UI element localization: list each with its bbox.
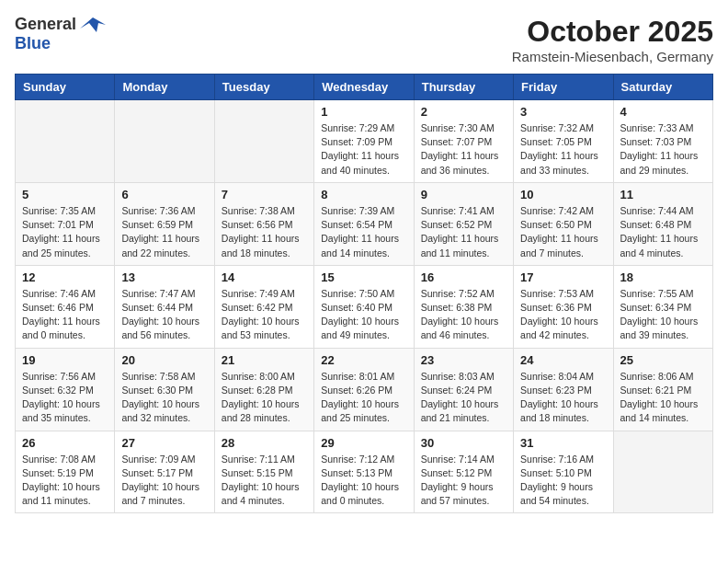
day-info: Sunrise: 7:09 AM Sunset: 5:17 PM Dayligh… [121,453,207,509]
day-number: 12 [22,270,108,284]
calendar-cell [115,100,214,183]
day-number: 23 [421,353,506,367]
calendar-cell: 10Sunrise: 7:42 AM Sunset: 6:50 PM Dayli… [514,182,613,265]
calendar-header-row: SundayMondayTuesdayWednesdayThursdayFrid… [16,75,713,100]
calendar-cell: 26Sunrise: 7:08 AM Sunset: 5:19 PM Dayli… [16,431,115,513]
calendar-week-row: 1Sunrise: 7:29 AM Sunset: 7:09 PM Daylig… [16,100,713,183]
logo-bird-icon [80,16,106,34]
day-number: 30 [421,436,506,450]
day-number: 24 [520,353,606,367]
weekday-header-monday: Monday [115,75,214,100]
calendar-cell: 30Sunrise: 7:14 AM Sunset: 5:12 PM Dayli… [414,431,513,513]
day-number: 16 [421,270,506,284]
calendar-cell: 16Sunrise: 7:52 AM Sunset: 6:38 PM Dayli… [414,265,513,348]
day-info: Sunrise: 7:08 AM Sunset: 5:19 PM Dayligh… [22,453,108,509]
calendar-cell: 25Sunrise: 8:06 AM Sunset: 6:21 PM Dayli… [613,348,712,431]
day-info: Sunrise: 8:04 AM Sunset: 6:23 PM Dayligh… [520,370,606,426]
svg-marker-0 [80,17,106,32]
day-info: Sunrise: 8:06 AM Sunset: 6:21 PM Dayligh… [620,370,706,426]
day-info: Sunrise: 7:44 AM Sunset: 6:48 PM Dayligh… [620,204,706,260]
day-info: Sunrise: 7:32 AM Sunset: 7:05 PM Dayligh… [520,121,606,178]
day-info: Sunrise: 7:42 AM Sunset: 6:50 PM Dayligh… [520,204,606,260]
calendar-cell: 14Sunrise: 7:49 AM Sunset: 6:42 PM Dayli… [214,265,313,348]
day-info: Sunrise: 7:11 AM Sunset: 5:15 PM Dayligh… [222,453,307,509]
day-info: Sunrise: 7:33 AM Sunset: 7:03 PM Dayligh… [620,121,706,178]
day-info: Sunrise: 7:36 AM Sunset: 6:59 PM Dayligh… [121,204,207,260]
calendar-cell: 12Sunrise: 7:46 AM Sunset: 6:46 PM Dayli… [16,265,115,348]
location-subtitle: Ramstein-Miesenbach, Germany [512,49,713,64]
day-info: Sunrise: 7:50 AM Sunset: 6:40 PM Dayligh… [321,287,406,343]
day-number: 21 [222,353,307,367]
calendar-cell: 18Sunrise: 7:55 AM Sunset: 6:34 PM Dayli… [613,265,712,348]
day-info: Sunrise: 7:53 AM Sunset: 6:36 PM Dayligh… [520,287,606,343]
day-number: 17 [520,270,606,284]
calendar-cell: 23Sunrise: 8:03 AM Sunset: 6:24 PM Dayli… [414,348,513,431]
day-info: Sunrise: 7:46 AM Sunset: 6:46 PM Dayligh… [22,287,108,343]
day-info: Sunrise: 7:55 AM Sunset: 6:34 PM Dayligh… [620,287,706,343]
page-header: General Blue October 2025 Ramstein-Miese… [15,15,713,64]
day-number: 27 [121,436,207,450]
day-number: 26 [22,436,108,450]
day-number: 20 [121,353,207,367]
day-number: 29 [321,436,406,450]
calendar-week-row: 5Sunrise: 7:35 AM Sunset: 7:01 PM Daylig… [16,182,713,265]
calendar-cell: 27Sunrise: 7:09 AM Sunset: 5:17 PM Dayli… [115,431,214,513]
day-info: Sunrise: 7:12 AM Sunset: 5:13 PM Dayligh… [321,453,406,509]
weekday-header-friday: Friday [514,75,613,100]
calendar-week-row: 26Sunrise: 7:08 AM Sunset: 5:19 PM Dayli… [16,431,713,513]
day-number: 10 [520,188,606,201]
day-info: Sunrise: 7:30 AM Sunset: 7:07 PM Dayligh… [421,121,506,178]
day-number: 13 [121,270,207,284]
weekday-header-thursday: Thursday [414,75,513,100]
calendar-cell: 19Sunrise: 7:56 AM Sunset: 6:32 PM Dayli… [16,348,115,431]
logo-general-text: General [15,15,76,34]
day-number: 2 [421,105,506,119]
day-number: 5 [22,188,108,201]
day-info: Sunrise: 8:00 AM Sunset: 6:28 PM Dayligh… [222,370,307,426]
calendar-cell: 17Sunrise: 7:53 AM Sunset: 6:36 PM Dayli… [514,265,613,348]
day-info: Sunrise: 7:58 AM Sunset: 6:30 PM Dayligh… [121,370,207,426]
day-info: Sunrise: 7:49 AM Sunset: 6:42 PM Dayligh… [222,287,307,343]
calendar-cell: 28Sunrise: 7:11 AM Sunset: 5:15 PM Dayli… [214,431,313,513]
calendar-cell: 31Sunrise: 7:16 AM Sunset: 5:10 PM Dayli… [514,431,613,513]
calendar-cell: 5Sunrise: 7:35 AM Sunset: 7:01 PM Daylig… [16,182,115,265]
day-number: 14 [222,270,307,284]
day-number: 28 [222,436,307,450]
day-info: Sunrise: 7:35 AM Sunset: 7:01 PM Dayligh… [22,204,108,260]
day-number: 25 [620,353,706,367]
weekday-header-tuesday: Tuesday [214,75,313,100]
day-info: Sunrise: 7:29 AM Sunset: 7:09 PM Dayligh… [321,121,406,178]
day-info: Sunrise: 7:52 AM Sunset: 6:38 PM Dayligh… [421,287,506,343]
day-number: 7 [222,188,307,201]
day-info: Sunrise: 7:47 AM Sunset: 6:44 PM Dayligh… [121,287,207,343]
calendar-week-row: 12Sunrise: 7:46 AM Sunset: 6:46 PM Dayli… [16,265,713,348]
day-info: Sunrise: 8:01 AM Sunset: 6:26 PM Dayligh… [321,370,406,426]
month-title: October 2025 [512,15,713,49]
calendar-cell: 3Sunrise: 7:32 AM Sunset: 7:05 PM Daylig… [514,100,613,183]
calendar-week-row: 19Sunrise: 7:56 AM Sunset: 6:32 PM Dayli… [16,348,713,431]
day-number: 9 [421,188,506,201]
day-number: 6 [121,188,207,201]
calendar-cell: 21Sunrise: 8:00 AM Sunset: 6:28 PM Dayli… [214,348,313,431]
calendar-cell [214,100,313,183]
calendar-cell: 1Sunrise: 7:29 AM Sunset: 7:09 PM Daylig… [314,100,414,183]
calendar-cell: 8Sunrise: 7:39 AM Sunset: 6:54 PM Daylig… [314,182,414,265]
weekday-header-sunday: Sunday [16,75,115,100]
day-info: Sunrise: 7:14 AM Sunset: 5:12 PM Dayligh… [421,453,506,509]
logo-blue-text: Blue [15,34,51,52]
day-info: Sunrise: 7:38 AM Sunset: 6:56 PM Dayligh… [222,204,307,260]
day-info: Sunrise: 7:39 AM Sunset: 6:54 PM Dayligh… [321,204,406,260]
day-number: 22 [321,353,406,367]
weekday-header-wednesday: Wednesday [314,75,414,100]
calendar-cell: 2Sunrise: 7:30 AM Sunset: 7:07 PM Daylig… [414,100,513,183]
day-number: 1 [321,105,406,119]
title-area: October 2025 Ramstein-Miesenbach, German… [512,15,713,64]
day-number: 19 [22,353,108,367]
calendar-cell: 20Sunrise: 7:58 AM Sunset: 6:30 PM Dayli… [115,348,214,431]
day-number: 11 [620,188,706,201]
day-info: Sunrise: 7:41 AM Sunset: 6:52 PM Dayligh… [421,204,506,260]
calendar-table: SundayMondayTuesdayWednesdayThursdayFrid… [15,74,713,513]
day-info: Sunrise: 8:03 AM Sunset: 6:24 PM Dayligh… [421,370,506,426]
calendar-cell [613,431,712,513]
day-number: 8 [321,188,406,201]
